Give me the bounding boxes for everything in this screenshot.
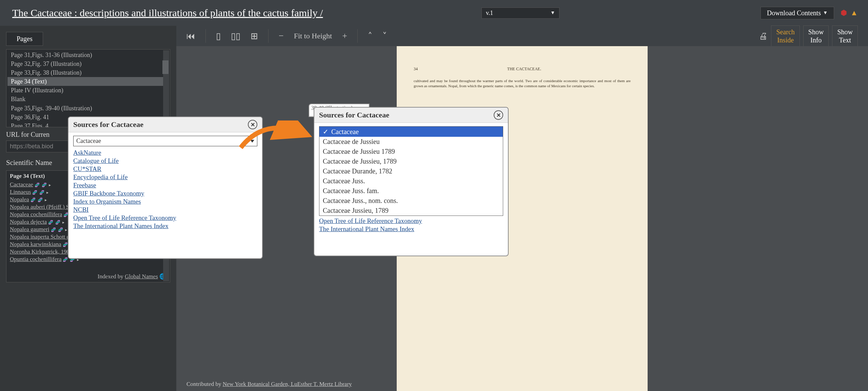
running-head: THE CACTACEAE. xyxy=(507,67,541,72)
global-names-link[interactable]: Global Names xyxy=(125,273,158,280)
chevron-right-icon[interactable]: ▸ xyxy=(45,198,47,203)
dna-icon[interactable]: 🧬 xyxy=(39,190,44,195)
page-item[interactable]: Page 35,Figs. 39-40 (Illustration) xyxy=(7,104,169,113)
source-link[interactable]: AskNature xyxy=(73,149,257,156)
modal-title: Sources for Cactaceae xyxy=(73,120,143,129)
contributed-by: Contributed by New York Botanical Garden… xyxy=(186,381,352,388)
taxon-option[interactable]: Cactaceae de Jussieu, 1789 xyxy=(319,156,503,166)
page-number: 34 xyxy=(414,67,418,72)
scrollbar[interactable] xyxy=(163,50,169,126)
page-text: cultivated and may be found throughout t… xyxy=(414,78,631,89)
dna-icon[interactable]: 🧬 xyxy=(55,220,60,225)
close-icon[interactable]: ✕ xyxy=(494,110,503,120)
separator xyxy=(205,29,206,43)
taxon-option-selected[interactable]: Cactaceae xyxy=(319,127,503,137)
dna-icon[interactable]: 🧬 xyxy=(35,183,40,188)
show-text-button[interactable]: ShowText xyxy=(832,25,858,46)
page-item[interactable]: Plate IV (Illustration) xyxy=(7,86,169,95)
first-page-icon[interactable]: ⏮ xyxy=(186,31,195,41)
page-item[interactable]: Page 33,Fig. 38 (Illustration) xyxy=(7,68,169,77)
zoom-in-icon[interactable]: + xyxy=(342,31,347,41)
taxon-option[interactable]: Cactaceae Jussieu, 1789 xyxy=(319,206,503,216)
chevron-right-icon[interactable]: ▸ xyxy=(46,190,48,195)
dna-icon[interactable]: 🧬 xyxy=(31,198,36,203)
chevron-right-icon[interactable]: ▸ xyxy=(49,183,51,188)
taxon-options-list[interactable]: Cactaceae Cactaceae de Jussieu Cactaceae… xyxy=(319,126,503,216)
source-link[interactable]: Open Tree of Life Reference Taxonomy xyxy=(73,214,257,222)
download-contents-button[interactable]: Download Contents xyxy=(761,7,834,19)
dna-icon[interactable]: 🧬 xyxy=(42,183,47,188)
source-link[interactable]: Encyclopedia of Life xyxy=(73,173,257,181)
separator xyxy=(268,29,269,43)
zoom-out-icon[interactable]: − xyxy=(279,31,284,41)
book-title[interactable]: The Cactaceae : descriptions and illustr… xyxy=(12,7,323,19)
volume-select[interactable]: v.1 xyxy=(481,7,559,19)
page-item[interactable]: Blank xyxy=(7,95,169,104)
taxon-option[interactable]: Cactaceae Durande, 1782 xyxy=(319,166,503,176)
contributor-link[interactable]: New York Botanical Garden, LuEsther T. M… xyxy=(223,381,352,387)
dna-icon[interactable]: 🧬 xyxy=(48,220,53,225)
warning-icon[interactable]: ▲ xyxy=(850,8,858,17)
sources-modal-before: Sources for Cactaceae ✕ Cactaceae AskNat… xyxy=(68,116,263,259)
volume-value: v.1 xyxy=(486,10,493,17)
sources-modal-after: Sources for Cactaceae ✕ Cactaceae Cactac… xyxy=(314,107,509,256)
dna-icon[interactable]: 🧬 xyxy=(63,242,68,247)
dna-icon[interactable]: 🧬 xyxy=(58,227,63,232)
grid-icon[interactable]: ⊞ xyxy=(251,31,258,41)
source-link[interactable]: The International Plant Names Index xyxy=(319,225,503,233)
taxon-select[interactable]: Cactaceae xyxy=(73,136,257,146)
source-link[interactable]: GBIF Backbone Taxonomy xyxy=(73,190,257,197)
page-item-active[interactable]: Page 34 (Text) xyxy=(7,77,169,86)
mendeley-icon[interactable]: ⬢ xyxy=(841,8,847,17)
search-inside-button[interactable]: SearchInside xyxy=(771,25,800,46)
chevron-right-icon[interactable]: ▸ xyxy=(65,227,67,232)
dna-icon[interactable]: 🧬 xyxy=(51,227,56,232)
annotation-arrow xyxy=(237,120,312,161)
source-link[interactable]: Open Tree of Life Reference Taxonomy xyxy=(319,217,503,225)
source-link[interactable]: Index to Organism Names xyxy=(73,198,257,205)
two-page-icon[interactable]: ▯▯ xyxy=(231,31,240,41)
single-page-icon[interactable]: ▯ xyxy=(216,31,221,41)
page-up-icon[interactable]: ˄ xyxy=(368,31,372,41)
pages-list[interactable]: Page 31,Figs. 31-36 (Illustration) Page … xyxy=(6,49,170,127)
taxon-option[interactable]: Cactaceae Juss. xyxy=(319,176,503,186)
taxon-option[interactable]: Cactaceae Juss., nom. cons. xyxy=(319,196,503,206)
show-info-button[interactable]: ShowInfo xyxy=(803,25,829,46)
dna-icon[interactable]: 🧬 xyxy=(38,198,43,203)
source-link[interactable]: The International Plant Names Index xyxy=(73,222,257,230)
source-link[interactable]: CU*STAR xyxy=(73,165,257,173)
dna-icon[interactable]: 🧬 xyxy=(63,257,68,262)
page-item[interactable]: Page 31,Figs. 31-36 (Illustration) xyxy=(7,51,169,59)
separator xyxy=(357,29,358,43)
dna-icon[interactable]: 🧬 xyxy=(32,190,37,195)
print-icon[interactable]: 🖨 xyxy=(759,31,768,41)
taxon-option[interactable]: Cactaceae de Jussieu xyxy=(319,137,503,147)
pages-tab[interactable]: Pages xyxy=(6,32,43,46)
source-link[interactable]: NCBI xyxy=(73,206,257,213)
source-link[interactable]: Catalogue of Life xyxy=(73,157,257,165)
fit-label[interactable]: Fit to Height xyxy=(294,32,332,40)
page-down-icon[interactable]: ˅ xyxy=(382,31,387,41)
taxon-option[interactable]: Cactaceae de Jussieu 1789 xyxy=(319,147,503,156)
page-item[interactable]: Page 32,Fig. 37 (Illustration) xyxy=(7,59,169,68)
taxon-option[interactable]: Cactaceae Juss. fam. xyxy=(319,186,503,196)
source-link[interactable]: Freebase xyxy=(73,182,257,189)
chevron-right-icon[interactable]: ▸ xyxy=(62,220,64,225)
modal-title: Sources for Cactaceae xyxy=(319,111,389,119)
page-viewer[interactable]: 34 THE CACTACEAE. cultivated and may be … xyxy=(176,46,868,391)
indexed-by: Indexed by Global Names 🌐 xyxy=(98,273,166,280)
